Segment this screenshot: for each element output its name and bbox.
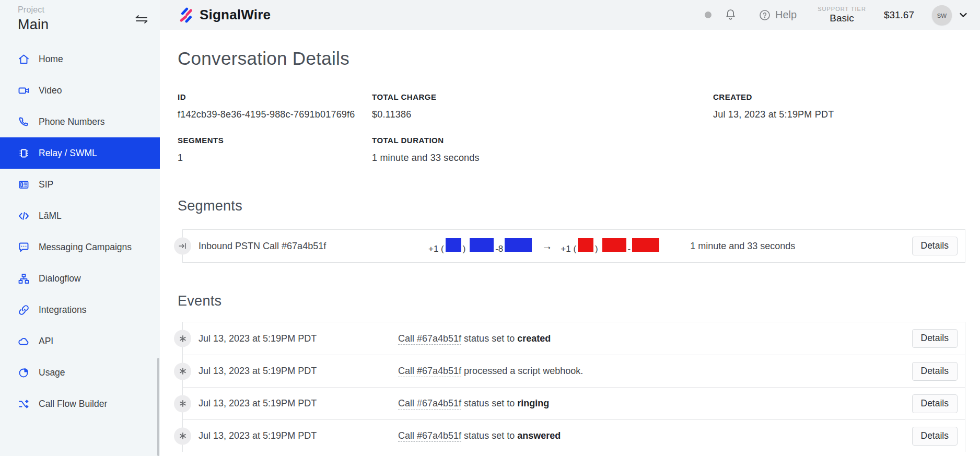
segment-duration: 1 minute and 33 seconds xyxy=(690,241,795,252)
redaction-box xyxy=(602,238,626,252)
event-timestamp: Jul 13, 2023 at 5:19PM PDT xyxy=(199,333,398,344)
field-value: 1 minute and 33 seconds xyxy=(372,153,713,163)
events-heading: Events xyxy=(178,293,965,309)
code-icon xyxy=(18,210,30,222)
topbar: SignalWire Help SUPPORT TIER Basic $31.6… xyxy=(160,0,980,30)
sidebar-item-label: API xyxy=(39,336,53,347)
event-text: status set to xyxy=(461,430,517,441)
event-status: created xyxy=(517,333,551,344)
cloud-icon xyxy=(18,335,30,347)
call-link[interactable]: Call #67a4b51f xyxy=(398,333,461,344)
avatar[interactable]: sw xyxy=(932,5,952,25)
sidebar-item-laml[interactable]: LāML xyxy=(0,200,160,231)
video-camera-icon xyxy=(18,85,30,97)
sidebar-item-sip[interactable]: SIP xyxy=(0,169,160,200)
phone-icon xyxy=(18,116,30,128)
sidebar-item-call-flow-builder[interactable]: Call Flow Builder xyxy=(0,388,160,419)
brand-name: SignalWire xyxy=(200,7,271,23)
redaction-box xyxy=(578,238,593,252)
sidebar-item-label: Phone Numbers xyxy=(39,116,104,127)
field-value: f142cb39-8e36-4195-988c-7691b01769f6 xyxy=(178,109,372,120)
chevron-down-icon[interactable] xyxy=(958,10,969,20)
sidebar-item-label: Messaging Campaigns xyxy=(39,242,132,253)
sidebar-scrollbar[interactable] xyxy=(157,358,159,456)
sidebar-item-label: Home xyxy=(39,54,63,65)
switch-project-icon[interactable] xyxy=(135,14,148,25)
call-link[interactable]: Call #67a4b51f xyxy=(398,366,461,376)
call-link[interactable]: Call #67a4b51f xyxy=(398,430,461,441)
to-number-text: ) xyxy=(595,244,598,254)
event-timestamp: Jul 13, 2023 at 5:19PM PDT xyxy=(199,398,398,409)
sitemap-icon xyxy=(18,273,30,285)
sidebar-item-integrations[interactable]: Integrations xyxy=(0,294,160,325)
help-menu[interactable]: Help xyxy=(759,9,797,21)
support-tier-label: SUPPORT TIER xyxy=(818,6,866,12)
account-balance[interactable]: $31.67 xyxy=(884,9,914,21)
event-row: Jul 13, 2023 at 5:19PM PDT Call #67a4b51… xyxy=(183,387,965,419)
event-timestamp: Jul 13, 2023 at 5:19PM PDT xyxy=(199,366,398,377)
sidebar-item-label: Dialogflow xyxy=(39,273,81,284)
avatar-initials: sw xyxy=(937,10,947,19)
events-table: Jul 13, 2023 at 5:19PM PDT Call #67a4b51… xyxy=(182,322,965,452)
event-details-button[interactable]: Details xyxy=(912,362,958,381)
call-link[interactable]: Call #67a4b51f xyxy=(398,398,461,408)
page-title: Conversation Details xyxy=(178,48,965,69)
redaction-box xyxy=(470,238,494,252)
support-tier: SUPPORT TIER Basic xyxy=(818,6,866,24)
field-label: ID xyxy=(178,92,372,101)
field-created: CREATED Jul 13, 2023 at 5:19PM PDT xyxy=(713,92,965,120)
to-number-text: +1 ( xyxy=(561,244,576,254)
signalwire-logo-icon xyxy=(179,7,194,23)
sidebar-nav: Home Video Phone Numbers Relay / SWML SI… xyxy=(0,43,160,419)
sidebar-item-label: SIP xyxy=(39,179,53,190)
home-icon xyxy=(18,53,30,65)
segment-details-button[interactable]: Details xyxy=(912,237,958,255)
brand[interactable]: SignalWire xyxy=(179,7,271,23)
question-circle-icon xyxy=(759,9,771,21)
project-switcher: Project Main xyxy=(0,0,160,33)
segment-title: Inbound PSTN Call #67a4b51f xyxy=(199,241,360,252)
to-number-text: - xyxy=(628,244,631,254)
sidebar-item-home[interactable]: Home xyxy=(0,43,160,75)
sidebar-item-label: Relay / SWML xyxy=(39,148,97,159)
sidebar-item-label: Video xyxy=(39,85,62,96)
field-label: TOTAL CHARGE xyxy=(372,92,713,101)
event-message: Call #67a4b51f processed a script webhoo… xyxy=(398,366,583,377)
call-numbers: +1 () -8 → +1 () - xyxy=(428,238,661,254)
main-content: Conversation Details ID f142cb39-8e36-41… xyxy=(160,30,980,456)
sidebar-item-label: Call Flow Builder xyxy=(39,399,107,410)
conversation-fields: ID f142cb39-8e36-4195-988c-7691b01769f6 … xyxy=(178,92,965,163)
sidebar-item-api[interactable]: API xyxy=(0,325,160,357)
notifications-bell-icon[interactable] xyxy=(724,8,737,22)
event-text: processed a script webhook. xyxy=(461,366,583,376)
redaction-box xyxy=(505,238,532,252)
event-details-button[interactable]: Details xyxy=(912,394,958,413)
event-details-button[interactable]: Details xyxy=(912,329,958,348)
event-details-button[interactable]: Details xyxy=(912,427,958,446)
from-number-text: +1 ( xyxy=(428,244,444,254)
event-message: Call #67a4b51f status set to answered xyxy=(398,430,561,441)
sidebar-item-messaging-campaigns[interactable]: Messaging Campaigns xyxy=(0,231,160,263)
event-message: Call #67a4b51f status set to created xyxy=(398,333,551,344)
status-dot xyxy=(705,11,711,18)
event-text: status set to xyxy=(461,398,517,408)
event-timestamp: Jul 13, 2023 at 5:19PM PDT xyxy=(199,430,398,441)
segments-table: Inbound PSTN Call #67a4b51f +1 () -8 → +… xyxy=(182,229,965,263)
sidebar-item-relay-swml[interactable]: Relay / SWML xyxy=(0,137,160,169)
shuffle-icon xyxy=(18,398,30,410)
field-value: 1 xyxy=(178,153,372,163)
from-number-text: ) xyxy=(463,244,466,254)
field-label: TOTAL DURATION xyxy=(372,136,713,145)
arrow-right-icon: → xyxy=(542,240,552,252)
sidebar-item-dialogflow[interactable]: Dialogflow xyxy=(0,263,160,294)
field-total-duration: TOTAL DURATION 1 minute and 33 seconds xyxy=(372,136,713,163)
field-id: ID f142cb39-8e36-4195-988c-7691b01769f6 xyxy=(178,92,372,120)
sidebar-item-phone-numbers[interactable]: Phone Numbers xyxy=(0,106,160,137)
event-text: status set to xyxy=(461,333,517,344)
field-value: $0.11386 xyxy=(372,109,713,120)
sidebar: Project Main Home Video Phone Numbers xyxy=(0,0,160,456)
sidebar-item-usage[interactable]: Usage xyxy=(0,357,160,388)
help-label: Help xyxy=(775,9,797,21)
sidebar-item-video[interactable]: Video xyxy=(0,75,160,106)
segments-heading: Segments xyxy=(178,198,965,214)
